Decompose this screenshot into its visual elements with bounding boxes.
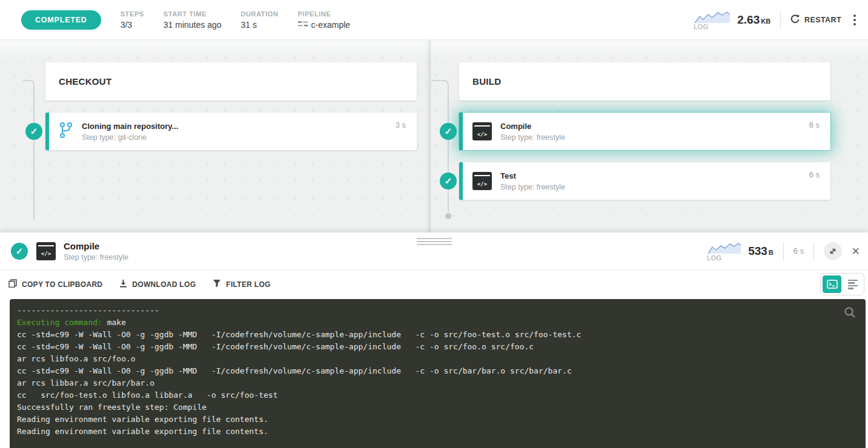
log-line: cc -std=c99 -W -Wall -O0 -g -ggdb -MMD -…	[17, 341, 858, 353]
pipeline-name: c-example	[311, 20, 351, 30]
start-time-label: START TIME	[164, 10, 222, 18]
restart-button[interactable]: RESTART	[790, 14, 841, 25]
log-line: cc -std=c99 -W -Wall -O0 -g -ggdb -MMD -…	[17, 365, 858, 377]
duration-label: DURATION	[241, 10, 279, 18]
download-icon	[119, 279, 127, 289]
log-toolbar: COPY TO CLIPBOARD DOWNLOAD LOG	[0, 270, 868, 298]
log-line: cc src/foo-test.o libfoo.a libbar.a -o s…	[17, 389, 858, 401]
restart-label: RESTART	[804, 16, 841, 24]
search-icon[interactable]	[844, 306, 856, 321]
copy-to-clipboard-button[interactable]: COPY TO CLIPBOARD	[8, 279, 102, 289]
download-label: DOWNLOAD LOG	[132, 280, 196, 289]
steps-field: STEPS 3/3	[121, 10, 144, 30]
panel-titles: Compile Step type: freestyle	[64, 241, 128, 262]
step-title: Cloning main repository...	[82, 122, 178, 131]
log-sparkline-widget: LOG	[694, 10, 731, 30]
log-lines: ------------------------------Executing …	[17, 305, 858, 438]
pipeline-value[interactable]: c-example	[298, 20, 351, 30]
step-success-check-icon: ✓	[440, 123, 457, 140]
build-page: COMPLETED STEPS 3/3 START TIME 31 minute…	[0, 0, 868, 448]
panel-divider	[813, 242, 814, 260]
log-line: Reading environment variable exporting f…	[17, 413, 858, 426]
panel-resize-handle[interactable]	[413, 235, 456, 248]
connector-end-dot	[445, 213, 451, 219]
freestyle-terminal-icon	[472, 122, 492, 140]
log-line: Successfully ran freestyle step: Compile	[17, 401, 858, 413]
step-title: Test	[500, 171, 565, 180]
filter-label: FILTER LOG	[226, 280, 270, 289]
step-duration: 6 s	[809, 113, 820, 130]
step-card-clone[interactable]: Cloning main repository... Step type: gi…	[45, 113, 417, 150]
build-header-bar: COMPLETED STEPS 3/3 START TIME 31 minute…	[0, 0, 868, 40]
log-size-unit: B	[769, 249, 774, 256]
status-badge: COMPLETED	[21, 10, 101, 30]
build-meta-fields: STEPS 3/3 START TIME 31 minutes ago DURA…	[121, 10, 350, 30]
pipeline-field: PIPELINE c-example	[298, 10, 351, 30]
log-line: Reading environment variable exporting f…	[17, 426, 858, 438]
pipeline-icon	[298, 20, 308, 30]
start-time-value: 31 minutes ago	[164, 20, 222, 30]
step-success-check-icon: ✓	[25, 123, 42, 140]
step-texts: Compile Step type: freestyle	[500, 122, 565, 142]
log-size-unit: KB	[761, 18, 770, 25]
log-sparkline-chart	[707, 241, 742, 255]
step-duration: 6 s	[809, 162, 820, 179]
copy-icon	[8, 279, 17, 289]
start-time-field: START TIME 31 minutes ago	[164, 10, 222, 30]
stage-title: CHECKOUT	[59, 76, 111, 87]
panel-step-duration: 6 s	[793, 246, 804, 255]
expand-icon	[828, 246, 838, 256]
log-line: Executing command: make	[17, 317, 858, 329]
step-detail-panel: ✓ Compile Step type: freestyle LOG 533B …	[0, 232, 868, 448]
expand-panel-button[interactable]	[824, 242, 842, 260]
terminal-view-button[interactable]	[823, 275, 841, 293]
log-label: LOG	[694, 23, 708, 30]
step-card-compile[interactable]: Compile Step type: freestyle 6 s	[459, 113, 830, 150]
restart-icon	[790, 14, 800, 25]
steps-label: STEPS	[121, 10, 144, 18]
stage-header-build: BUILD	[459, 62, 830, 100]
log-line: cc -std=c99 -W -Wall -O0 -g -ggdb -MMD -…	[17, 329, 858, 341]
stage-header-checkout: CHECKOUT	[45, 62, 417, 100]
step-duration: 3 s	[396, 113, 406, 130]
duration-value: 31 s	[241, 20, 279, 30]
step-log-size-widget: LOG 533B	[707, 241, 774, 262]
step-success-check-icon: ✓	[440, 173, 457, 189]
header-divider	[780, 11, 781, 29]
log-sparkline-widget: LOG	[707, 241, 742, 262]
filter-log-button[interactable]: FILTER LOG	[213, 279, 270, 289]
filter-icon	[213, 279, 221, 289]
step-texts: Test Step type: freestyle	[500, 171, 565, 191]
log-line: ar rcs libfoo.a src/foo.o	[17, 353, 858, 365]
log-label: LOG	[707, 254, 721, 262]
more-options-button[interactable]	[851, 12, 858, 27]
freestyle-terminal-icon	[472, 172, 492, 190]
git-clone-icon	[59, 122, 73, 141]
close-icon: ×	[852, 243, 860, 259]
steps-value: 3/3	[121, 20, 144, 30]
step-title: Compile	[500, 122, 565, 131]
step-card-test[interactable]: Test Step type: freestyle 6 s	[459, 162, 830, 200]
build-log-size-widget: LOG 2.63KB	[694, 10, 770, 30]
panel-divider	[783, 242, 784, 260]
log-size-value: 533B	[748, 245, 774, 258]
download-log-button[interactable]: DOWNLOAD LOG	[119, 279, 196, 289]
copy-label: COPY TO CLIPBOARD	[22, 280, 102, 289]
log-view-toggle	[820, 273, 864, 295]
text-view-button[interactable]	[843, 275, 862, 293]
text-view-icon	[848, 280, 858, 289]
pipeline-graph: CHECKOUT ✓ Cloning main repository... St…	[0, 41, 868, 232]
panel-step-title: Compile	[64, 241, 128, 251]
log-size-value: 2.63KB	[737, 13, 770, 27]
stage-title: BUILD	[472, 76, 501, 87]
close-panel-button[interactable]: ×	[852, 245, 860, 258]
log-line: ar rcs libbar.a src/bar/bar.o	[17, 377, 858, 389]
pipeline-label: PIPELINE	[298, 10, 351, 18]
step-type: Step type: freestyle	[500, 183, 565, 191]
step-texts: Cloning main repository... Step type: gi…	[82, 122, 178, 142]
log-output[interactable]: ------------------------------Executing …	[10, 299, 866, 448]
panel-step-type: Step type: freestyle	[64, 253, 128, 262]
step-success-check-icon: ✓	[11, 243, 28, 260]
step-type: Step type: git-clone	[82, 133, 178, 142]
step-type: Step type: freestyle	[500, 133, 565, 142]
